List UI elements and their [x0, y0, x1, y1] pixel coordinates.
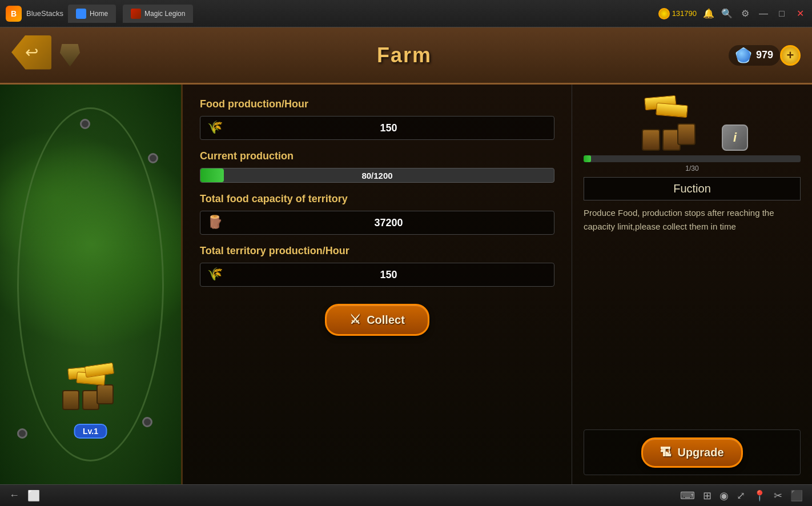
title-bar-right: 131790 🔔 🔍 ⚙ — □ ✕ [658, 7, 806, 20]
shield-icon [60, 44, 80, 67]
right-panel: Food production/Hour 🌾 150 Current produ… [183, 85, 812, 484]
upgrade-label: Upgrade [677, 446, 723, 459]
upgrade-icon: 🏗 [660, 446, 672, 459]
upgrade-button[interactable]: 🏗 Upgrade [641, 437, 742, 468]
wood-stack-icon: 🪵 [207, 215, 223, 231]
home-tab-icon [76, 9, 86, 19]
node-dot-4 [17, 428, 27, 439]
coin-icon [658, 8, 670, 19]
barrel-3 [97, 384, 114, 404]
progress-bar-bg: 80/1200 [200, 168, 554, 183]
taskbar: ← ⬜ ⌨ ⊞ ◉ ⤢ 📍 ✂ ⬛ [0, 484, 812, 506]
total-territory-row: 🌾 150 [200, 263, 554, 287]
total-capacity-row: 🪵 37200 [200, 211, 554, 235]
taskbar-share-icon[interactable]: ⬛ [790, 489, 803, 502]
left-panel-map: Lv.1 [0, 85, 183, 484]
gem-count: 979 [756, 49, 773, 61]
food-production-value: 150 [230, 122, 547, 134]
info-button[interactable]: i [722, 125, 748, 151]
collect-icon: ⚔ [349, 312, 361, 327]
function-description: Produce Food, production stops after rea… [584, 206, 801, 424]
preview-barrel-1 [642, 129, 660, 151]
level-badge: Lv.1 [74, 424, 107, 439]
info-left: Food production/Hour 🌾 150 Current produ… [183, 85, 572, 484]
maximize-icon[interactable]: □ [775, 7, 788, 20]
preview-farm-container [636, 94, 716, 151]
coin-count: 131790 [672, 9, 697, 18]
food-production-label: Food production/Hour [200, 98, 554, 110]
farm-building [57, 364, 125, 410]
total-capacity-label: Total food capacity of territory [200, 193, 554, 205]
progress-text: 80/1200 [200, 168, 554, 182]
node-dot-3 [142, 417, 152, 427]
taskbar-grid-icon[interactable]: ⊞ [703, 489, 711, 502]
wheat-icon: 🌾 [207, 120, 223, 136]
settings-icon[interactable]: ⚙ [739, 7, 751, 20]
tab-home[interactable]: Home [68, 5, 116, 23]
upgrade-area: 🏗 Upgrade [584, 429, 801, 475]
back-button[interactable] [11, 35, 57, 75]
title-bar-left: B BlueStacks Home Magic Legion [6, 5, 332, 23]
current-production-progress: 80/1200 [200, 168, 554, 183]
level-progress-bar [584, 155, 801, 162]
taskbar-left: ← ⬜ [9, 489, 40, 502]
taskbar-cut-icon[interactable]: ✂ [774, 489, 782, 502]
food-production-row: 🌾 150 [200, 116, 554, 140]
level-progress-label: 1/30 [584, 164, 801, 172]
tab-home-label: Home [90, 10, 108, 18]
coin-display: 131790 [658, 8, 697, 19]
gem-display: 979 [729, 45, 780, 66]
taskbar-fullscreen-icon[interactable]: ⤢ [737, 489, 745, 502]
gem-icon [735, 47, 751, 63]
node-dot-2 [148, 153, 158, 163]
app-name-bluestacks: BlueStacks [26, 9, 63, 18]
taskbar-screen-icon[interactable]: ◉ [719, 489, 729, 502]
search-icon[interactable]: 🔍 [721, 7, 733, 20]
level-progress-fill [584, 155, 591, 162]
function-title: Fuction [584, 177, 801, 200]
game-header: Farm 979 + [0, 27, 812, 85]
gold-stack-3 [84, 363, 114, 378]
add-gems-button[interactable]: + [780, 45, 801, 66]
close-icon[interactable]: ✕ [794, 7, 806, 20]
back-arrow-icon [11, 35, 51, 70]
taskbar-right: ⌨ ⊞ ◉ ⤢ 📍 ✂ ⬛ [680, 489, 803, 502]
building-preview: i [584, 94, 801, 151]
total-territory-value: 150 [230, 269, 547, 281]
node-dot-1 [80, 119, 90, 129]
page-title: Farm [80, 43, 729, 67]
bluestacks-logo: B [6, 6, 22, 22]
current-production-label: Current production [200, 150, 554, 162]
barrel-1 [62, 390, 79, 410]
tab-magic-legion-label: Magic Legion [144, 10, 185, 18]
game-tab-icon [131, 9, 141, 19]
notification-icon[interactable]: 🔔 [702, 7, 715, 20]
farm-structure [57, 364, 125, 410]
wheat-icon-2: 🌾 [207, 267, 223, 283]
taskbar-home-icon[interactable]: ⬜ [27, 489, 40, 502]
taskbar-back-icon[interactable]: ← [9, 489, 19, 501]
tab-magic-legion[interactable]: Magic Legion [123, 5, 193, 23]
taskbar-location-icon[interactable]: 📍 [753, 489, 766, 502]
taskbar-keyboard-icon[interactable]: ⌨ [680, 489, 695, 502]
total-territory-label: Total territory production/Hour [200, 245, 554, 257]
info-right: i 1/30 Fuction Produce Food, production … [572, 85, 812, 484]
collect-button[interactable]: ⚔ Collect [325, 304, 429, 336]
title-bar: B BlueStacks Home Magic Legion 131790 🔔 … [0, 0, 812, 27]
collect-label: Collect [367, 314, 405, 327]
minimize-icon[interactable]: — [757, 7, 770, 20]
preview-gold-2 [656, 103, 688, 118]
preview-barrel-3 [677, 123, 696, 145]
total-capacity-value: 37200 [230, 217, 547, 229]
main-content: Lv.1 Food production/Hour 🌾 150 Current … [0, 85, 812, 484]
